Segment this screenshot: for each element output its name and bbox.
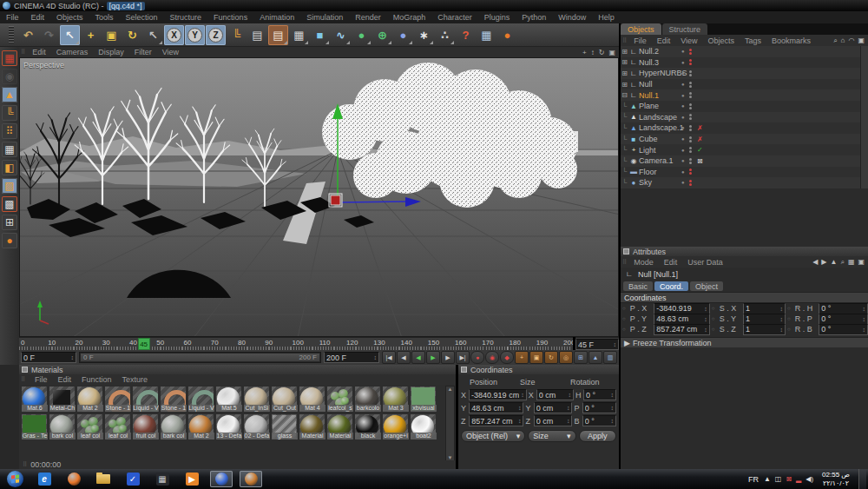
apply-button[interactable]: Apply [579,430,617,442]
point-mode-button[interactable]: ⠿ [2,123,17,139]
menu-main-window[interactable]: Window [552,13,592,22]
spinner-icon[interactable]: ↕ [611,392,615,398]
menu-main-edit[interactable]: Edit [25,13,51,22]
prev-key-button[interactable]: ◀ [397,351,411,364]
visibility-dot-icon[interactable] [689,107,692,109]
enable-dot-icon[interactable]: ● [681,82,685,87]
menu-main-character[interactable]: Character [431,13,478,22]
object-label[interactable]: Null.1 [639,91,659,100]
material-glass[interactable]: glass [272,414,298,439]
menu-main-plugins[interactable]: Plugins [478,13,516,22]
tree-scrollbar[interactable] [860,46,868,188]
visibility-dot-icon[interactable] [689,125,692,128]
keyframe-radio-icon[interactable]: ○ [712,327,718,332]
rotate-view-icon[interactable]: ↻ [599,49,605,56]
expand-toggle-icon[interactable]: ⊞ [621,58,628,66]
app-check[interactable]: ✓ [122,471,144,487]
panel-grip[interactable]: ⠿ [621,37,628,44]
expand-toggle-icon[interactable]: ⊞ [621,48,628,56]
material-mat-2[interactable]: Mat 2 [77,387,103,412]
tab-structure[interactable]: Structure [662,23,708,35]
xpresso-button[interactable]: ▦ [477,25,496,45]
add-particles-button[interactable]: ∴ [435,25,455,45]
key-rotation-button[interactable]: ↻ [544,351,558,364]
coordinate-system-button[interactable]: ╚ [227,25,247,45]
coord-size-dropdown[interactable]: Size▾ [528,430,575,442]
add-nurbs-button[interactable]: ● [352,25,372,45]
attr-field-r-b[interactable]: 0 °↕ [819,324,868,335]
visibility-dot-icon[interactable] [689,150,692,153]
content-browser-button[interactable]: ● [497,25,517,45]
menu-main-help[interactable]: Help [592,13,621,22]
menu-objects-tags[interactable]: Tags [740,36,766,45]
attr-tab-coord[interactable]: Coord. [654,281,688,291]
visibility-dot-icon[interactable] [689,103,692,106]
keyframe-radio-icon[interactable]: ○ [712,316,718,321]
panel-grip[interactable]: ⠿ [19,49,27,56]
visibility-dots[interactable] [689,136,692,142]
visibility-dots[interactable] [689,169,692,175]
attr-tab-basic[interactable]: Basic [623,281,653,291]
object-label[interactable]: Cube [639,135,658,143]
material-02-defa[interactable]: 02 - Defa [244,414,270,439]
enable-dot-icon[interactable]: ● [681,169,685,175]
object-label[interactable]: Null.2 [639,47,659,56]
wireless-icon[interactable]: ▂ [796,475,801,483]
coord-field-y-0-cm[interactable]: 0 cm↕ [534,402,573,413]
object-label[interactable]: Landscape [639,113,677,122]
autokeying-button[interactable]: ◉ [485,351,499,364]
material-mat-3[interactable]: Mat 3 [383,387,409,412]
visibility-dot-icon[interactable] [689,52,692,55]
material-black[interactable]: black [355,414,381,439]
visibility-dot-icon[interactable] [689,180,692,182]
attr-tab-object[interactable]: Object [690,281,723,291]
hidden-icons-icon[interactable]: ▲ [764,475,771,483]
add-sky-button[interactable]: ∗ [414,25,434,45]
language-indicator[interactable]: FR [748,475,759,484]
spinner-icon[interactable]: ↕ [704,306,707,312]
material-leafcol-s[interactable]: leafcol_s [327,387,353,412]
material-fruit-col[interactable]: fruit col [133,414,159,439]
enable-dot-icon[interactable]: ● [681,93,685,98]
object-label[interactable]: Light [639,146,656,155]
scrollbar-thumb[interactable] [81,354,319,361]
coordinates-header[interactable]: Coordinates [458,365,619,374]
grid-icon[interactable]: ▦ [848,258,855,266]
visibility-dot-icon[interactable] [689,117,692,120]
timeline-ruler[interactable]: 0102030405060708090100110120130140150160… [19,337,573,351]
keyframe-radio-icon[interactable]: ○ [787,316,793,321]
object-label[interactable]: Landscape.1 [639,123,684,132]
playhead-marker[interactable]: 45 [138,338,150,350]
material-leaf-col[interactable]: leaf col [105,414,131,439]
spinner-icon[interactable]: ↕ [863,306,866,312]
enable-dot-icon[interactable]: ● [681,115,685,120]
tree-empty-area[interactable] [621,188,868,247]
menu-main-tools[interactable]: Tools [89,13,120,22]
object-row-cube[interactable]: └■Cube●✗ [621,134,868,145]
object-row-sky[interactable]: └●Sky● [621,177,868,188]
visibility-dots[interactable] [689,92,692,98]
range-start-field[interactable]: 0 F↕ [21,352,76,363]
add-spline-button[interactable]: ∿ [331,25,351,45]
edge-mode-button[interactable]: ▦ [2,142,17,157]
frame-spinner-icon[interactable]: ↕ [614,341,617,347]
network-error-icon[interactable]: ⊠ [786,475,792,483]
material-liquid-v[interactable]: Liquid - V [188,387,214,412]
goto-start-button[interactable]: |◀ [382,351,396,364]
visibility-dot-icon[interactable] [689,162,692,164]
play-button[interactable]: ▶ [426,351,440,364]
menu-main-simulation[interactable]: Simulation [300,13,349,22]
pan-view-icon[interactable]: + [582,49,587,56]
record-keyframe-button[interactable]: ● [470,351,484,364]
visibility-dots[interactable] [689,125,692,131]
visibility-dot-icon[interactable] [689,136,692,139]
visibility-dot-icon[interactable] [689,49,692,51]
viewport-scene[interactable]: Perspective [19,57,619,337]
visibility-dot-icon[interactable] [689,172,692,175]
material-barkcolo[interactable]: barkcolo [355,387,381,412]
spinner-icon[interactable]: ↕ [704,316,707,322]
movie-maker[interactable]: ▦ [151,471,174,487]
firefox[interactable] [62,471,85,487]
visibility-dots[interactable] [689,49,692,55]
enable-dot-icon[interactable]: ● [681,125,685,130]
